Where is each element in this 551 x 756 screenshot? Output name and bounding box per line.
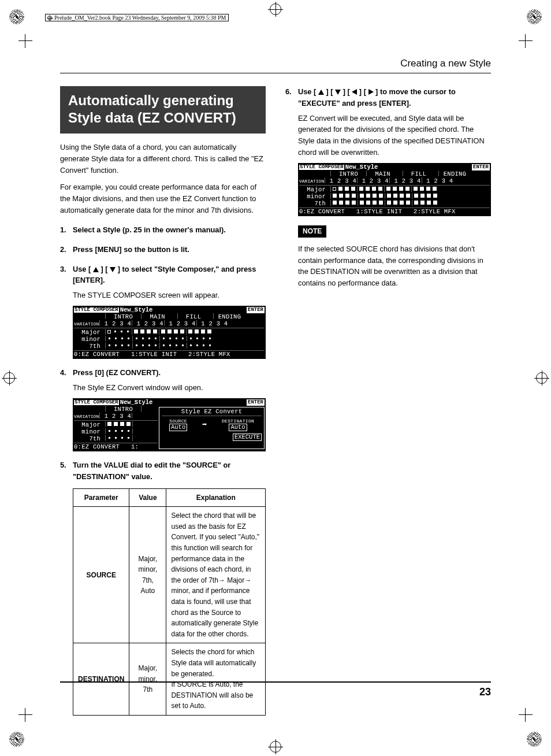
step-frag: ] [ bbox=[359, 87, 366, 96]
tag-ring-icon bbox=[47, 16, 52, 20]
step-2: 2. Press [MENU] so the button is lit. bbox=[60, 244, 266, 255]
lcd-enter-tag: ENTER bbox=[472, 164, 490, 171]
step-frag: Use [ bbox=[298, 87, 316, 96]
step-number: 4. bbox=[60, 367, 73, 451]
step-frag: ] [ bbox=[343, 87, 350, 96]
destination-value: Auto bbox=[229, 424, 247, 431]
registration-target bbox=[270, 3, 281, 15]
down-arrow-icon bbox=[110, 267, 116, 272]
popup-title: Style EZ Convert bbox=[162, 409, 262, 415]
running-head: Creating a new Style bbox=[60, 58, 491, 73]
printer-rosette bbox=[9, 732, 24, 747]
up-arrow-icon bbox=[93, 267, 99, 272]
lcd-row-major: Major bbox=[299, 186, 490, 193]
th-value: Value bbox=[129, 488, 166, 507]
steps-list: 1. Select a Style (p. 25 in the owner's … bbox=[60, 224, 266, 716]
up-arrow-icon bbox=[318, 90, 324, 95]
cell-source-explanation: Select the chord that will be used as th… bbox=[166, 507, 266, 643]
step-6: 6. Use [ ] [ ] [ ] [ ] to move the curso… bbox=[285, 86, 491, 289]
cell-destination-explanation: Selects the chord for which Style data w… bbox=[166, 643, 266, 716]
section-title-line1: Automatically generating bbox=[68, 92, 234, 108]
lcd-footer: 0:EZ CONVERT 1:STYLE INIT 2:STYLE MFX bbox=[299, 209, 490, 215]
right-column: 6. Use [ ] [ ] [ ] [ ] to move the curso… bbox=[285, 86, 491, 716]
note-text: If the selected SOURCE chord has divisio… bbox=[298, 243, 491, 289]
lcd-row-major-left: Major bbox=[74, 421, 158, 428]
prepress-tag-text: Prelude_OM_Ver2.book Page 23 Wednesday, … bbox=[54, 15, 226, 21]
step-after: EZ Convert will be executed, and Style d… bbox=[298, 113, 491, 158]
registration-target bbox=[3, 372, 15, 384]
lcd-title: New_Style bbox=[345, 164, 471, 171]
step-text: Select a Style (p. 25 in the owner's man… bbox=[73, 225, 226, 234]
step-1: 1. Select a Style (p. 25 in the owner's … bbox=[60, 224, 266, 236]
lcd-tab: STYLE COMPOSER bbox=[74, 307, 119, 313]
destination-label: DESTINATION bbox=[222, 419, 254, 424]
down-arrow-icon bbox=[335, 90, 341, 95]
lcd-column-headers: INTRO MAIN FILL ENDING bbox=[299, 171, 490, 177]
lcd-enter-tag: ENTER bbox=[247, 399, 265, 406]
execute-button: EXECUTE bbox=[233, 433, 262, 441]
crop-mark bbox=[18, 34, 32, 48]
source-label: SOURCE bbox=[169, 419, 187, 424]
registration-target bbox=[536, 372, 548, 384]
step-after: The Style EZ Convert window will open. bbox=[73, 382, 266, 394]
printer-rosette bbox=[9, 9, 24, 24]
lcd-variation-row: VARIATION 1 2 3 4 1 2 3 4 1 2 3 4 1 2 3 … bbox=[299, 177, 490, 184]
cell-source: SOURCE bbox=[73, 507, 129, 643]
step-text: Use [ ] [ ] to select "Style Composer," … bbox=[73, 265, 256, 285]
crop-mark bbox=[519, 34, 533, 48]
lcd-row-major: Major bbox=[74, 329, 265, 336]
step-number: 3. bbox=[60, 264, 73, 360]
page-number: 23 bbox=[479, 686, 491, 698]
lcd-title: New_Style bbox=[120, 307, 245, 313]
cell-destination-value: Major, minor, 7th bbox=[129, 643, 166, 716]
source-value: Auto bbox=[169, 424, 187, 431]
crop-mark bbox=[519, 708, 533, 722]
lcd-row-7th-left: 7th bbox=[74, 435, 158, 442]
step-number: 6. bbox=[285, 86, 298, 289]
step-text: Turn the VALUE dial to edit the "SOURCE"… bbox=[73, 461, 230, 481]
right-arrow-icon bbox=[368, 89, 374, 95]
registration-target bbox=[270, 741, 281, 753]
note-badge: NOTE bbox=[298, 225, 326, 238]
table-row: SOURCE Major, minor, 7th, Auto Select th… bbox=[73, 507, 266, 643]
crop-mark bbox=[18, 708, 32, 722]
table-row: DESTINATION Major, minor, 7th Selects th… bbox=[73, 643, 266, 716]
prepress-page-tag: Prelude_OM_Ver2.book Page 23 Wednesday, … bbox=[45, 14, 229, 21]
result-screen: STYLE COMPOSER New_Style ENTER INTRO MAI… bbox=[298, 163, 491, 216]
lcd-footer-left: 0:EZ CONVERT 1: bbox=[74, 444, 158, 450]
section-title-line2: Style data (EZ CONVERT) bbox=[68, 110, 236, 125]
step-after: The STYLE COMPOSER screen will appear. bbox=[73, 290, 266, 301]
lcd-row-minor-left: minor bbox=[74, 428, 158, 435]
cell-source-value: Major, minor, 7th, Auto bbox=[129, 507, 166, 643]
step-number: 1. bbox=[60, 224, 73, 236]
left-column: Automatically generating Style data (EZ … bbox=[60, 86, 266, 716]
printer-rosette bbox=[527, 732, 542, 747]
th-parameter: Parameter bbox=[73, 488, 129, 507]
cell-destination: DESTINATION bbox=[73, 643, 129, 716]
th-explanation: Explanation bbox=[166, 488, 266, 507]
step-4: 4. Press [0] (EZ CONVERT). The Style EZ … bbox=[60, 367, 266, 451]
lcd-tab: STYLE COMPOSER bbox=[299, 165, 344, 170]
lcd-variation-row: VARIATION 1 2 3 4 1 2 3 4 1 2 3 4 1 2 3 … bbox=[74, 320, 265, 327]
intro-p2: For example, you could create performanc… bbox=[60, 181, 266, 216]
step-frag: Use [ bbox=[73, 265, 91, 273]
lcd-row-minor: minor bbox=[74, 336, 265, 343]
lcd-variation-left: VARIATION 1 2 3 4 bbox=[74, 413, 158, 420]
step-number: 5. bbox=[60, 459, 73, 716]
lcd-row-minor: minor bbox=[299, 193, 490, 200]
step-text: Press [0] (EZ CONVERT). bbox=[73, 368, 161, 377]
step-3: 3. Use [ ] [ ] to select "Style Composer… bbox=[60, 264, 266, 360]
lcd-intro-col: INTRO bbox=[74, 406, 158, 413]
arrow-right-icon: ➡ bbox=[202, 421, 207, 429]
intro-p1: Using the Style data of a chord, you can… bbox=[60, 142, 266, 176]
lcd-footer: 0:EZ CONVERT 1:STYLE INIT 2:STYLE MFX bbox=[74, 351, 265, 358]
style-composer-screen: STYLE COMPOSER New_Style ENTER INTRO MAI… bbox=[73, 306, 266, 359]
step-5: 5. Turn the VALUE dial to edit the "SOUR… bbox=[60, 459, 266, 716]
left-arrow-icon bbox=[352, 89, 357, 95]
page-body: Creating a new Style Automatically gener… bbox=[60, 58, 491, 698]
ez-convert-screen: STYLE COMPOSER New_Style ENTER INTRO VAR… bbox=[73, 398, 266, 451]
lcd-tab: STYLE COMPOSER bbox=[74, 400, 119, 405]
lcd-enter-tag: ENTER bbox=[247, 307, 265, 313]
step-text: Use [ ] [ ] [ ] [ ] to move the cursor t… bbox=[298, 87, 456, 108]
step-text: Press [MENU] so the button is lit. bbox=[73, 245, 189, 254]
